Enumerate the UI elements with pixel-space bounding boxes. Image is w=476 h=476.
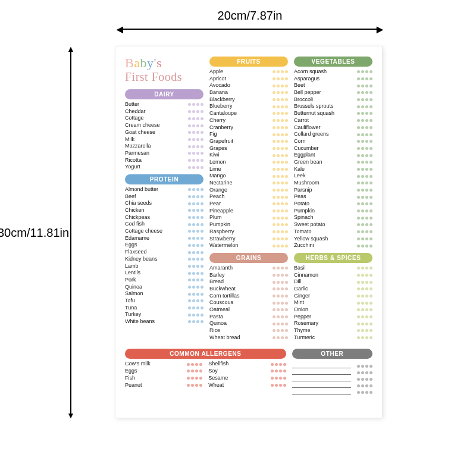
rating-dots [188,320,203,323]
list-item: Blueberry [209,103,288,110]
item-label: Peas [294,193,355,201]
item-label: Blueberry [209,103,270,110]
item-label: Edamame [125,235,186,242]
rating-dots [273,105,288,108]
list-item: Leek [294,173,372,180]
list-item: Carrot [294,117,372,124]
list-item: Beet [294,82,372,89]
list-item: Soy [208,368,286,375]
item-label: Nectarine [209,180,270,187]
rating-dots [273,70,288,73]
rating-dots [357,70,372,73]
rating-dots [188,237,203,240]
item-label: Kale [294,166,355,173]
rating-dots [188,272,203,275]
section-fruits: FRUITSAppleApricotAvocadoBananaBlackberr… [209,57,288,249]
rating-dots [273,202,288,205]
list-item: White beans [125,318,203,325]
rating-dots [357,126,372,129]
rating-dots [271,384,286,387]
item-label: Tofu [125,298,186,305]
item-label: Almond butter [125,186,186,193]
rating-dots [188,145,203,148]
item-label: Flaxseed [125,249,186,256]
item-label: Kiwi [209,152,270,159]
rating-dots [273,315,288,318]
column-1: Baby'sFirst FoodsDAIRYButterCheddarCotta… [125,55,203,345]
rating-dots [273,302,288,305]
list-item: Pepper [294,314,372,321]
list-item: Mango [209,173,288,180]
dimension-height-bar: ▲▼ [67,48,75,416]
list-item: Strawberry [209,236,288,243]
section-dairy: DAIRYButterCheddarCottageCream cheeseGoa… [125,89,203,171]
rating-dots [188,278,203,281]
list-item: Asparagus [294,76,372,83]
list-item: Corn tortillas [209,293,288,300]
list-item: Pumpkin [209,221,288,228]
list-item: Spinach [294,214,372,221]
rating-dots [357,84,372,87]
item-label: Spinach [294,214,355,221]
rating-dots [357,230,372,233]
column-2: FRUITSAppleApricotAvocadoBananaBlackberr… [209,55,288,345]
rating-dots [273,189,288,192]
item-label: Mango [209,173,270,180]
list-item: Chickpeas [125,214,203,221]
list-item: Almond butter [125,186,203,193]
item-label: Onion [294,306,355,314]
list-item: Fig [209,131,288,138]
rating-dots [357,365,372,368]
list-item: Butternut squash [294,110,372,117]
list-item: Kidney beans [125,256,203,263]
rating-dots [188,293,203,296]
list-item: Quinoa [209,320,288,327]
item-label: Carrot [294,117,355,124]
list-item: Onion [294,306,372,314]
list-item: Orange [209,187,288,194]
item-label: Cream cheese [125,122,186,129]
section-items: BasilCinnamonDillGarlicGingerMintOnionPe… [294,265,372,342]
rating-dots [273,77,288,80]
rating-dots [357,133,372,136]
item-label: Rice [209,327,270,334]
list-item: Cheddar [125,108,203,115]
rating-dots [357,140,372,143]
blank-lines [292,361,372,394]
rating-dots [273,119,288,122]
item-label: Cauliflower [294,124,355,131]
item-label: Pear [209,201,270,208]
column-3: VEGETABLESAcorn squashAsparagusBeetBell … [294,55,372,345]
list-item: Flaxseed [125,249,203,256]
rating-dots [273,322,288,325]
list-item: Blackberry [209,96,288,104]
item-label: Parmesan [125,150,186,157]
item-label: Pumpkin [209,221,270,228]
rating-dots [188,138,203,141]
rating-dots [188,306,203,309]
item-label: Mozzarella [125,143,186,150]
list-item: Mushroom [294,180,372,187]
rating-dots [357,245,372,248]
list-item: Fish [125,375,202,382]
rating-dots [357,154,372,157]
section-grains: GRAINSAmaranthBarleyBreadBuckwheatCorn t… [209,253,288,342]
rating-dots [273,154,288,157]
list-item: Salmon [125,290,203,298]
item-label: Ginger [294,293,355,300]
rating-dots [187,377,202,380]
rating-dots [273,217,288,220]
list-item: Cauliflower [294,124,372,131]
item-label: Buckwheat [209,286,270,293]
item-label: Cottage cheese [125,228,186,235]
rating-dots [357,223,372,226]
item-label: Orange [209,187,270,194]
item-label: Cottage [125,115,186,122]
item-label: Tuna [125,305,186,312]
item-label: Cantaloupe [209,110,270,117]
list-item: Eggs [125,242,203,249]
item-label: Lime [209,166,270,173]
rating-dots [188,202,203,205]
list-item: Yogurt [125,164,203,171]
list-item: Cherry [209,117,288,124]
